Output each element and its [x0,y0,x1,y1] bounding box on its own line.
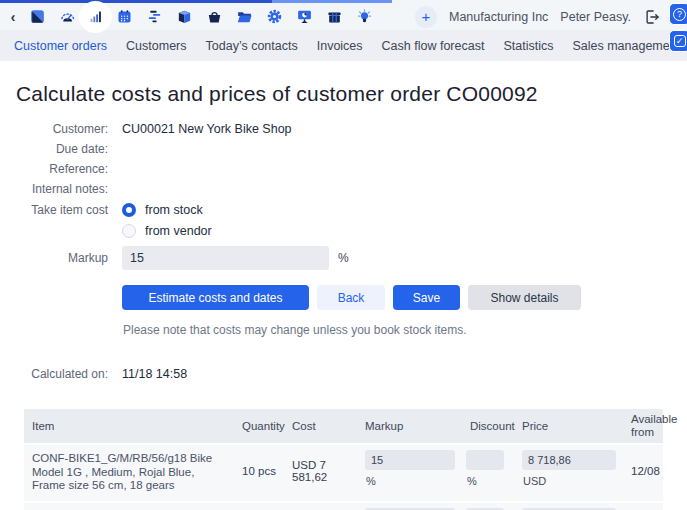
module-tab-bar: Customer orders Customers Today’s contac… [0,30,687,61]
question-icon: ? [673,8,686,21]
table-header: Item Quantity Cost Markup Discount Price… [24,409,663,443]
header-discount: Discount [462,420,514,433]
add-button[interactable]: + [415,6,437,28]
radio-from-vendor-label[interactable]: from vendor [145,224,212,238]
checkmark-icon: ✓ [674,35,686,47]
tab-todays-contacts[interactable]: Today’s contacts [206,39,298,53]
available-from-value: 12/08 [623,465,663,477]
price-unit-label: USD [522,475,546,487]
tab-statistics[interactable]: Statistics [503,39,553,53]
calculated-on-row: Calculated on: 11/18 14:58 [16,364,671,384]
diagonal-square-icon[interactable] [22,4,52,30]
markup-label: Markup [16,251,108,265]
save-button[interactable]: Save [393,285,460,310]
markup-input[interactable] [122,246,329,270]
markup-cell: % [357,450,462,493]
customer-label: Customer: [16,122,108,136]
page-title: Calculate costs and prices of customer o… [16,82,671,106]
lightbulb-icon[interactable] [349,4,379,30]
header-quantity: Quantity [234,420,284,433]
row-price-input[interactable] [522,450,616,470]
show-details-button[interactable]: Show details [468,285,581,310]
customer-value: CU00021 New York Bike Shop [122,122,292,136]
row-discount-input[interactable] [466,450,504,470]
radio-from-vendor[interactable] [122,224,136,238]
main-content: Calculate costs and prices of customer o… [0,82,687,510]
price-cell: USD [514,450,623,493]
calculated-on-label: Calculated on: [16,367,108,381]
gift-icon[interactable] [319,4,349,30]
calculation-form: Customer: CU00021 New York Bike Shop Due… [16,119,671,270]
due-date-label: Due date: [16,142,108,156]
user-menu[interactable]: Peter Peasy. [560,10,631,24]
item-cost: USD 7 581,62 [284,459,357,483]
help-button[interactable]: ? [669,3,687,25]
gear-icon[interactable] [259,4,289,30]
table-row: CONF-BIKE1_G/M/RB/56/g18 Bike Model 1G ,… [24,445,663,501]
order-items-table: Item Quantity Cost Markup Discount Price… [24,409,663,510]
estimate-costs-button[interactable]: Estimate costs and dates [122,285,309,310]
bar-chart-icon[interactable] [82,4,109,30]
header-item: Item [24,420,234,433]
internal-notes-label: Internal notes: [16,182,108,196]
markup-row: Markup % [16,246,671,270]
header-cost: Cost [284,420,357,433]
header-available-from: Available from [623,413,677,439]
header-price: Price [514,420,623,433]
logout-icon[interactable] [643,8,661,26]
from-vendor-row: from vendor [16,221,671,241]
calendar-icon[interactable] [109,4,139,30]
back-button[interactable]: ‹ [4,6,22,28]
radio-from-stock[interactable] [122,203,136,217]
reference-row: Reference: [16,159,671,179]
tab-customer-orders[interactable]: Customer orders [14,39,107,53]
back-button-secondary[interactable]: Back [317,285,385,310]
internal-notes-row: Internal notes: [16,179,671,199]
markup-unit-label: % [365,475,376,487]
basket-icon[interactable] [199,4,229,30]
tab-invoices[interactable]: Invoices [317,39,363,53]
tab-customers[interactable]: Customers [126,39,186,53]
item-quantity: 10 pcs [234,465,284,477]
calculated-on-value: 11/18 14:58 [122,367,187,381]
gauge-icon[interactable] [52,4,82,30]
radio-from-stock-label[interactable]: from stock [145,203,203,217]
take-item-cost-label: Take item cost [16,203,108,217]
tab-sales-management[interactable]: Sales management [572,39,680,53]
company-name[interactable]: Manufacturing Inc [449,10,548,24]
tasks-button[interactable]: ✓ [669,30,687,52]
gantt-icon[interactable] [139,4,169,30]
customer-row: Customer: CU00021 New York Bike Shop [16,119,671,139]
edge-button-stack: ? ✓ [669,3,687,52]
folder-icon[interactable] [229,4,259,30]
header-markup: Markup [357,420,462,433]
markup-unit: % [338,251,349,265]
due-date-row: Due date: [16,139,671,159]
table-row: CONF-BIKE1_G/E/EG/49/g24 Bike Model 1G ,… [24,503,663,510]
tab-cash-flow-forecast[interactable]: Cash flow forecast [382,39,485,53]
reference-label: Reference: [16,162,108,176]
top-app-bar: ‹ + Manufacturing Inc Peter Peasy. [0,3,687,30]
book-icon[interactable] [169,4,199,30]
discount-unit-label: % [466,475,477,487]
item-description: CONF-BIKE1_G/M/RB/56/g18 Bike Model 1G ,… [24,450,234,493]
take-item-cost-row: Take item cost from stock [16,200,671,220]
discount-cell: % [462,450,514,493]
cost-change-note: Please note that costs may change unless… [123,323,671,337]
action-buttons: Estimate costs and dates Back Save Show … [122,285,671,310]
row-markup-input[interactable] [365,450,455,470]
presentation-icon[interactable] [289,4,319,30]
